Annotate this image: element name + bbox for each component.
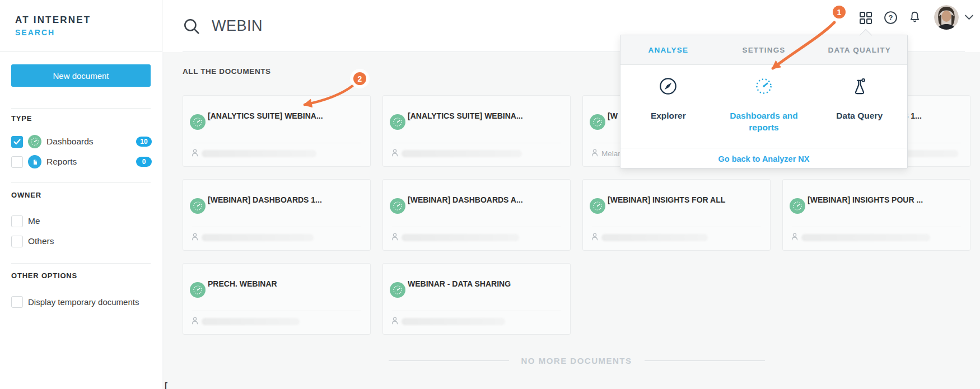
search-icon (183, 17, 200, 35)
other-options-section-header: OTHER OPTIONS (11, 271, 151, 280)
divider (392, 227, 561, 227)
tab-settings[interactable]: SETTINGS (716, 35, 812, 64)
notifications-bell-icon[interactable] (908, 10, 922, 26)
user-avatar[interactable] (934, 5, 959, 30)
tab-analyse[interactable]: ANALYSE (620, 35, 716, 64)
gauge-icon (755, 77, 773, 95)
divider (192, 311, 361, 311)
document-card[interactable]: [WEBINAR] DASHBOARDS A... (382, 179, 571, 251)
apps-grid-icon[interactable] (858, 11, 873, 27)
person-icon (190, 232, 199, 243)
filter-row-dashboards[interactable]: Dashboards 10 (0, 132, 162, 152)
svg-text:?: ? (889, 13, 893, 22)
clipped-text-fragment: [ (165, 381, 167, 389)
sidebar: AT INTERNET SEARCH New document TYPE Das… (0, 0, 162, 389)
report-doc-icon (28, 155, 41, 168)
filter-row-reports[interactable]: Reports 0 (0, 152, 162, 172)
me-checkbox[interactable] (11, 215, 23, 227)
redacted-owner-bar (402, 318, 505, 325)
person-icon (190, 316, 199, 327)
help-icon[interactable]: ? (884, 11, 898, 26)
redacted-owner-bar (601, 234, 708, 241)
new-document-button[interactable]: New document (11, 64, 151, 87)
divider (592, 227, 761, 227)
document-card[interactable]: [WEBINAR] INSIGHTS FOR ALL (582, 179, 771, 251)
chevron-down-icon[interactable] (964, 14, 974, 22)
person-icon (790, 232, 799, 243)
menu-item-data-query[interactable]: Data Query (811, 65, 907, 148)
dashboards-checkbox[interactable] (11, 136, 23, 148)
redacted-owner-bar (202, 318, 300, 325)
tab-data-quality[interactable]: DATA QUALITY (811, 35, 907, 64)
divider (11, 182, 151, 183)
brand-name: AT INTERNET (15, 15, 162, 26)
menu-item-label: Data Query (818, 110, 902, 121)
documents-heading: ALL THE DOCUMENTS (183, 67, 271, 76)
filter-label: Dashboards (46, 137, 94, 147)
person-icon (590, 148, 599, 160)
divider (392, 311, 561, 311)
divider (192, 227, 361, 227)
document-card[interactable]: WEBINAR - DATA SHARING (382, 263, 571, 335)
others-checkbox[interactable] (11, 236, 23, 247)
go-back-analyzer-link[interactable]: Go back to Analyzer NX (718, 154, 809, 163)
document-card[interactable]: [ANALYTICS SUITE] WEBINA... (382, 95, 571, 167)
document-title: [WEBINAR] DASHBOARDS 1... (208, 195, 365, 204)
redacted-owner-bar (202, 150, 316, 157)
divider (11, 108, 151, 109)
dashboard-gauge-icon (190, 114, 206, 130)
temporary-documents-checkbox[interactable] (11, 296, 23, 308)
end-of-list-message: NO MORE DOCUMENTS (521, 356, 632, 365)
document-title: [ANALYTICS SUITE] WEBINA... (408, 111, 564, 120)
redacted-owner-bar (402, 150, 522, 157)
reports-count-badge: 0 (136, 157, 152, 167)
filter-row-others[interactable]: Others (0, 232, 162, 251)
document-card[interactable]: PRECH. WEBINAR (183, 263, 371, 335)
redacted-owner-bar (202, 234, 314, 241)
check-icon (13, 139, 21, 145)
brand-logo: AT INTERNET SEARCH (0, 0, 162, 52)
divider (392, 143, 561, 143)
filter-label: Display temporary documents (28, 297, 139, 307)
menu-item-label: Explorer (626, 110, 710, 121)
document-title: [WEBINAR] DASHBOARDS A... (408, 195, 564, 204)
divider (389, 360, 509, 361)
document-title: [WEBINAR] INSIGHTS FOR ALL (608, 195, 764, 204)
dashboard-gauge-icon (190, 198, 206, 214)
document-card[interactable]: [WEBINAR] INSIGHTS POUR ... (782, 179, 970, 251)
redacted-owner-bar (402, 234, 519, 241)
menu-item-explorer[interactable]: Explorer (620, 65, 716, 148)
filter-label: Me (28, 216, 40, 226)
person-icon (390, 316, 399, 327)
type-section-header: TYPE (11, 114, 151, 123)
dashboard-gauge-icon (390, 198, 405, 214)
annotation-step-1-badge: 1 (831, 4, 847, 20)
document-title: [ANALYTICS SUITE] WEBINA... (208, 111, 365, 120)
flask-icon (851, 77, 869, 95)
filter-label: Others (28, 236, 54, 246)
document-card[interactable]: [WEBINAR] DASHBOARDS 1... (183, 179, 371, 251)
search-input[interactable] (211, 17, 504, 35)
filter-row-temporary-documents[interactable]: Display temporary documents (0, 292, 162, 311)
menu-item-dashboards-reports[interactable]: Dashboards and reports (716, 65, 812, 148)
person-icon (390, 232, 399, 243)
dashboards-count-badge: 10 (136, 137, 152, 147)
compass-icon (659, 77, 677, 95)
document-title: PRECH. WEBINAR (208, 279, 365, 288)
at-internet-search-app: AT INTERNET SEARCH New document TYPE Das… (0, 0, 980, 389)
divider (11, 263, 151, 264)
dashboard-gauge-icon (28, 135, 41, 148)
dashboard-gauge-icon (590, 114, 605, 130)
reports-checkbox[interactable] (11, 156, 23, 168)
person-icon (190, 148, 199, 160)
owner-section-header: OWNER (11, 191, 151, 199)
divider (645, 360, 765, 361)
popup-footer: Go back to Analyzer NX (620, 148, 907, 169)
dashboard-gauge-icon (390, 114, 405, 130)
dashboard-gauge-icon (790, 198, 805, 214)
filter-row-me[interactable]: Me (0, 212, 162, 231)
dashboard-gauge-icon (390, 282, 405, 298)
document-card[interactable]: [ANALYTICS SUITE] WEBINA... (183, 95, 371, 167)
dashboard-gauge-icon (190, 282, 206, 298)
dashboard-gauge-icon (590, 198, 605, 214)
